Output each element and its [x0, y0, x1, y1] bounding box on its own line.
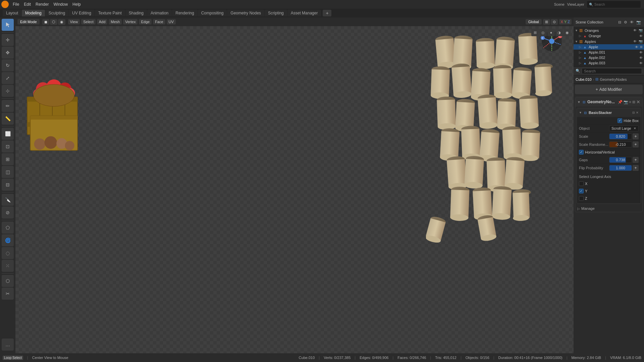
axis-z-checkbox[interactable] — [579, 196, 584, 201]
transform-tool[interactable]: ⊹ — [2, 85, 14, 97]
mode-selector[interactable]: Edit Mode — [17, 19, 40, 24]
add-cube-tool[interactable]: ⬜ — [2, 128, 14, 140]
shear-tool[interactable]: ⬠ — [2, 222, 14, 234]
solid-mode[interactable]: ● — [547, 29, 555, 36]
main-viewport[interactable]: X Y Z ⊞ ◎ ● ◑ ◉ — [15, 26, 574, 353]
flip-prob-plus-btn[interactable]: + — [633, 165, 639, 171]
menu-edit[interactable]: Edit — [22, 1, 33, 7]
apple003-visibility-icon[interactable]: 👁 — [639, 61, 643, 65]
menu-file[interactable]: File — [11, 1, 21, 7]
vertex-menu[interactable]: Vertex — [123, 19, 138, 24]
tab-uv-editing[interactable]: UV Editing — [69, 10, 95, 16]
breadcrumb-cube010[interactable]: Cube.010 — [576, 77, 592, 81]
outliner-eye-icon[interactable]: 👁 — [629, 20, 635, 24]
annotate-tool[interactable]: ✏ — [2, 100, 14, 112]
add-menu[interactable]: Add — [97, 19, 108, 24]
properties-search-input[interactable] — [582, 68, 642, 74]
transform-orientation[interactable]: Global — [526, 19, 542, 24]
outliner-oranges-collection[interactable]: ▼ ▥ Oranges 👁 📷 — [574, 27, 644, 33]
edge-menu[interactable]: Edge — [139, 19, 152, 24]
breadcrumb-geometrynodes[interactable]: GeometryNodes — [600, 77, 627, 81]
manage-row[interactable]: ▷ Manage — [575, 205, 642, 212]
viewport-wire-icon[interactable]: ⬡ — [50, 19, 57, 25]
cursor-tool[interactable]: ✛ — [2, 34, 14, 46]
hv-checkbox[interactable]: ✓ — [579, 150, 584, 155]
modifier-pin-icon[interactable]: 📌 — [618, 100, 623, 104]
menu-window[interactable]: Window — [51, 1, 70, 7]
submod-options-icon[interactable]: ⊟ — [632, 111, 635, 114]
outliner-cam-icon[interactable]: 📷 — [635, 20, 642, 25]
global-search[interactable]: 🔍 Search — [587, 1, 641, 8]
select-menu[interactable]: Select — [81, 19, 96, 24]
gaps-plus-btn[interactable]: + — [633, 157, 639, 163]
outliner-apples-collection[interactable]: ▼ ▥ Apples 👁 📷 — [574, 39, 644, 44]
move-tool[interactable]: ✥ — [2, 47, 14, 59]
outliner-apple-item[interactable]: ▷ ▲ Apple 👁 ⊞ — [574, 44, 644, 50]
material-mode[interactable]: ◑ — [555, 29, 563, 36]
render-mode[interactable]: ◉ — [564, 29, 571, 36]
viewport-solid-icon[interactable]: ◼ — [42, 19, 49, 25]
snap-toggle[interactable]: ⊞ — [543, 19, 550, 25]
apples-render-icon[interactable]: 📷 — [639, 40, 643, 43]
basic-stacker-header[interactable]: ▼ ⊟ BasicStacker ⊟ ✕ — [577, 108, 641, 117]
tab-scripting[interactable]: Scripting — [265, 10, 287, 16]
object-value-selector[interactable]: Scroll Large ✕ — [609, 125, 639, 131]
scale-slider[interactable]: 0.820 — [609, 133, 632, 139]
mesh-menu[interactable]: Mesh — [109, 19, 122, 24]
tab-sculpting[interactable]: Sculpting — [45, 10, 68, 16]
add-workspace-btn[interactable]: + — [323, 10, 331, 16]
gaps-slider[interactable]: 0.738 — [609, 157, 632, 163]
oranges-visibility-icon[interactable]: 👁 — [633, 28, 637, 32]
viewport-render-icon[interactable]: ◉ — [58, 19, 65, 25]
view-menu[interactable]: View — [68, 19, 80, 24]
flip-prob-slider[interactable]: 1.000 — [609, 165, 632, 171]
rip-region-tool[interactable]: ✂ — [2, 288, 14, 300]
submod-close-icon[interactable]: ✕ — [636, 111, 639, 114]
modifier-node-icon[interactable]: ⊞ — [632, 100, 635, 104]
overlay-toggle[interactable]: ⊞ — [531, 29, 539, 36]
outliner-filter-icon[interactable]: ⊟ — [617, 20, 622, 25]
select-tool[interactable] — [2, 19, 14, 31]
rotate-tool[interactable]: ↻ — [2, 59, 14, 71]
scale-plus-btn[interactable]: + — [633, 133, 639, 139]
oranges-render-icon[interactable]: 📷 — [639, 28, 643, 32]
tab-texture-paint[interactable]: Texture Paint — [95, 10, 125, 16]
scale-random-slider[interactable]: -0.210 — [609, 141, 632, 147]
outliner-apple002-item[interactable]: ▷ ▲ Apple.002 👁 — [574, 55, 644, 60]
scale-random-plus-btn[interactable]: + — [633, 141, 639, 147]
modifier-close-btn[interactable]: ✕ — [636, 99, 640, 105]
poly-build-tool[interactable]: ⬡ — [2, 275, 14, 287]
modifier-header[interactable]: ▼ ⊟ GeometryNo... 📌 📷 ≡ ⊞ ✕ — [575, 97, 642, 107]
tab-modeling[interactable]: Modeling — [22, 10, 45, 16]
xray-toggle[interactable]: ◎ — [539, 29, 547, 36]
outliner-options-icon[interactable]: ⚙ — [623, 20, 628, 25]
proportional-edit[interactable]: ⊙ — [551, 19, 558, 25]
orange-visibility-icon[interactable]: 👁 — [639, 34, 643, 38]
apple-visibility-icon[interactable]: 👁 — [635, 45, 638, 49]
menu-help[interactable]: Help — [70, 1, 83, 7]
tab-asset-manager[interactable]: Asset Manager — [287, 10, 321, 16]
tab-shading[interactable]: Shading — [125, 10, 147, 16]
object-selector-close[interactable]: ✕ — [634, 127, 636, 130]
more-tools[interactable]: … — [2, 339, 14, 351]
add-modifier-button[interactable]: + Add Modifier — [575, 85, 643, 94]
randomize-tool[interactable]: ⁙ — [2, 260, 14, 272]
inset-tool[interactable]: ⊞ — [2, 153, 14, 165]
spin-tool[interactable]: 🌀 — [2, 234, 14, 246]
modifier-list-icon[interactable]: ≡ — [629, 100, 631, 104]
outliner-apple003-item[interactable]: ▷ ▲ Apple.003 👁 — [574, 60, 644, 66]
modifier-cam-icon[interactable]: 📷 — [624, 100, 628, 104]
apple001-visibility-icon[interactable]: 👁 — [639, 51, 643, 54]
tab-geometry-nodes[interactable]: Geometry Nodes — [227, 10, 264, 16]
uv-menu[interactable]: UV — [167, 19, 176, 24]
scale-tool[interactable]: ⤢ — [2, 72, 14, 84]
menu-render[interactable]: Render — [34, 1, 51, 7]
extrude-tool[interactable]: ⊡ — [2, 140, 14, 153]
tab-compositing[interactable]: Compositing — [198, 10, 227, 16]
face-menu[interactable]: Face — [153, 19, 165, 24]
tab-layout[interactable]: Layout — [3, 10, 21, 16]
apple002-visibility-icon[interactable]: 👁 — [639, 56, 643, 60]
bevel-tool[interactable]: ◫ — [2, 166, 14, 178]
outliner-apple001-item[interactable]: ▷ ▲ Apple.001 👁 — [574, 50, 644, 55]
measure-tool[interactable]: 📏 — [2, 113, 14, 125]
